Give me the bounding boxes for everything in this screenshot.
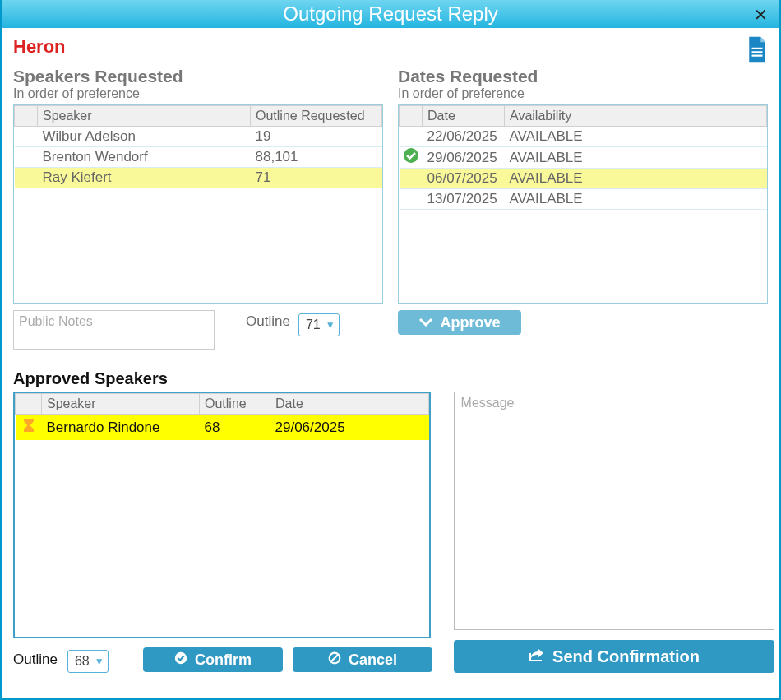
- col-blank3: [16, 394, 42, 415]
- dates-requested-title: Dates Requested: [398, 67, 768, 86]
- speaker-name: Ray Kiefert: [38, 168, 251, 188]
- cancel-icon: [327, 651, 342, 670]
- close-icon[interactable]: ✕: [754, 5, 768, 25]
- availability-cell: AVAILABLE: [505, 127, 767, 147]
- table-row[interactable]: Bernardo Rindone6829/06/2025: [16, 415, 429, 441]
- approved-grid[interactable]: Speaker Outline Date Bernardo Rindone682…: [13, 392, 431, 638]
- table-row[interactable]: 13/07/2025AVAILABLE: [400, 189, 767, 210]
- check-icon: [400, 189, 423, 210]
- confirm-button[interactable]: Confirm: [143, 647, 283, 672]
- confirm-label: Confirm: [195, 651, 252, 669]
- approved-speaker: Bernardo Rindone: [42, 415, 200, 441]
- dates-requested-sub: In order of preference: [398, 86, 768, 101]
- table-row[interactable]: Ray Kiefert71: [15, 168, 382, 188]
- col-outline-requested[interactable]: Outline Requested: [251, 106, 382, 127]
- cancel-label: Cancel: [349, 651, 397, 669]
- approved-outline: 68: [200, 415, 270, 441]
- dates-grid[interactable]: Date Availability 22/06/2025AVAILABLE29/…: [398, 104, 768, 304]
- table-row[interactable]: 06/07/2025AVAILABLE: [400, 169, 767, 189]
- outline-dropdown-bottom[interactable]: 68 ▼: [67, 650, 109, 673]
- svg-point-0: [404, 148, 418, 163]
- public-notes-input[interactable]: Public Notes: [13, 310, 215, 350]
- outline-label-top: Outline: [246, 313, 290, 330]
- check-circle-icon: [173, 651, 188, 670]
- cancel-button[interactable]: Cancel: [293, 647, 432, 672]
- col-date[interactable]: Date: [423, 106, 505, 127]
- speakers-requested-title: Speakers Requested: [13, 67, 383, 86]
- col-approved-speaker[interactable]: Speaker: [42, 394, 200, 415]
- approve-button[interactable]: Approve: [398, 310, 521, 335]
- chevron-down-icon: ▼: [326, 319, 335, 331]
- check-icon: [400, 169, 423, 189]
- hourglass-icon: [16, 415, 42, 441]
- col-approved-date[interactable]: Date: [270, 394, 429, 415]
- chevron-down-icon: [418, 314, 433, 331]
- col-blank: [15, 106, 38, 127]
- speaker-name: Wilbur Adelson: [38, 127, 251, 147]
- outline-dropdown-top-value: 71: [306, 318, 321, 332]
- outline-dropdown-bottom-value: 68: [75, 654, 90, 669]
- speakers-grid[interactable]: Speaker Outline Requested Wilbur Adelson…: [13, 104, 383, 304]
- outline-requested: 88,101: [251, 147, 382, 168]
- approved-date: 29/06/2025: [270, 415, 429, 441]
- table-row[interactable]: 29/06/2025AVAILABLE: [400, 147, 767, 169]
- window-title: Outgoing Request Reply: [283, 2, 498, 25]
- col-speaker[interactable]: Speaker: [38, 106, 251, 127]
- speakers-requested-sub: In order of preference: [13, 86, 383, 101]
- col-blank2: [400, 106, 423, 127]
- availability-cell: AVAILABLE: [505, 169, 767, 189]
- speaker-name: Brenton Wendorf: [38, 147, 251, 168]
- share-icon: [528, 647, 546, 667]
- congregation-name: Heron: [13, 36, 66, 58]
- availability-cell: AVAILABLE: [505, 189, 767, 210]
- availability-cell: AVAILABLE: [505, 147, 767, 169]
- col-approved-outline[interactable]: Outline: [200, 394, 270, 415]
- document-icon[interactable]: [746, 36, 768, 65]
- approve-label: Approve: [440, 314, 500, 331]
- date-cell: 29/06/2025: [423, 147, 505, 169]
- outline-requested: 19: [251, 127, 382, 147]
- col-availability[interactable]: Availability: [505, 106, 767, 127]
- table-row[interactable]: Wilbur Adelson19: [15, 127, 382, 147]
- titlebar: Outgoing Request Reply ✕: [2, 0, 779, 28]
- check-icon: [400, 147, 423, 169]
- message-input[interactable]: Message: [454, 392, 774, 630]
- outline-dropdown-top[interactable]: 71 ▼: [298, 313, 340, 336]
- check-icon: [400, 127, 423, 147]
- outline-requested: 71: [251, 168, 382, 188]
- outline-label-bottom: Outline: [13, 651, 58, 668]
- date-cell: 13/07/2025: [423, 189, 505, 210]
- svg-line-3: [331, 654, 339, 661]
- send-confirmation-label: Send Confirmation: [552, 647, 700, 666]
- table-row[interactable]: 22/06/2025AVAILABLE: [400, 127, 767, 147]
- send-confirmation-button[interactable]: Send Confirmation: [454, 640, 774, 673]
- chevron-down-icon: ▼: [95, 656, 104, 667]
- date-cell: 22/06/2025: [423, 127, 505, 147]
- date-cell: 06/07/2025: [423, 169, 505, 189]
- table-row[interactable]: Brenton Wendorf88,101: [15, 147, 382, 168]
- approved-speakers-title: Approved Speakers: [13, 369, 768, 388]
